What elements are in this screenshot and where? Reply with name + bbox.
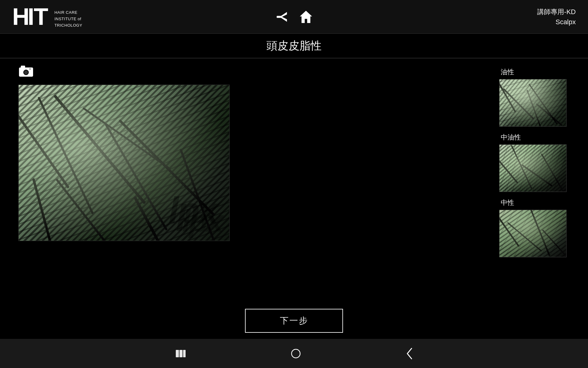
thumbnail-oily-image[interactable] (499, 79, 567, 127)
thumbnail-normal-label: 中性 (501, 198, 514, 207)
page-title: 頭皮皮脂性 (266, 38, 322, 53)
nav-icons (275, 10, 313, 24)
main-image: lpx (18, 85, 230, 241)
camera-button[interactable] (18, 64, 230, 80)
recent-apps-icon (175, 349, 186, 358)
watermark: lpx (182, 205, 222, 236)
hair-strand (542, 229, 566, 255)
bottom-nav-home[interactable] (281, 345, 310, 362)
svg-rect-10 (183, 350, 186, 357)
logo-letters: H I T (12, 5, 48, 29)
back-button[interactable] (275, 10, 289, 24)
hair-strand (499, 80, 516, 113)
next-button-area: 下一步 (245, 309, 343, 333)
svg-point-11 (292, 349, 300, 358)
hair-strand (104, 123, 168, 231)
svg-point-6 (24, 71, 28, 74)
hair-strand (32, 178, 57, 241)
thumbnail-oily: 油性 (499, 67, 570, 127)
svg-rect-8 (176, 350, 179, 357)
logo-t: T (34, 5, 48, 29)
header: H I T HAIR CARE INSTITUTE of TRICHOLOGY … (0, 0, 588, 34)
hair-strand (499, 152, 518, 184)
thumbnail-column: 油性 中油性 中性 (499, 64, 570, 263)
thumbnail-semi-oily-label: 中油性 (501, 133, 521, 142)
logo: H I T HAIR CARE INSTITUTE of TRICHOLOGY (12, 5, 82, 29)
main-content: lpx 油性 中油性 (0, 58, 588, 337)
logo-line1: HAIR CARE (55, 10, 77, 15)
user-name: 講師專用-KD (537, 7, 576, 17)
back-icon (275, 10, 289, 24)
bottom-nav (0, 339, 588, 368)
hair-strand (503, 88, 534, 120)
svg-marker-2 (300, 11, 312, 23)
logo-line3: TRICHOLOGY (55, 23, 82, 28)
hair-strand (511, 145, 532, 189)
user-app: Scalpx (537, 17, 576, 27)
hair-strand (526, 90, 541, 127)
logo-tagline: HAIR CARE INSTITUTE of TRICHOLOGY (55, 10, 82, 29)
home-icon (299, 10, 313, 24)
thumbnail-normal: 中性 (499, 198, 570, 257)
bottom-nav-lines[interactable] (166, 346, 195, 361)
svg-rect-1 (277, 16, 282, 17)
thumbnail-semi-oily-image[interactable] (499, 144, 567, 192)
svg-point-7 (29, 68, 31, 70)
thumbnail-normal-image[interactable] (499, 210, 567, 257)
bottom-nav-back[interactable] (397, 345, 422, 362)
next-button[interactable]: 下一步 (245, 309, 343, 333)
thumbnail-semi-oily: 中油性 (499, 133, 570, 192)
hair-strand (536, 103, 563, 126)
logo-i: I (28, 5, 34, 29)
svg-rect-4 (21, 66, 25, 68)
back-chevron-icon (406, 348, 413, 359)
camera-icon (18, 64, 34, 77)
home-circle-icon (291, 348, 301, 359)
camera-section: lpx (18, 64, 230, 241)
svg-rect-9 (179, 350, 183, 357)
page-title-area: 頭皮皮脂性 (0, 34, 588, 58)
semi-oily-overlay (499, 145, 566, 192)
thumbnail-oily-label: 油性 (501, 67, 514, 77)
home-button[interactable] (299, 10, 313, 24)
hair-strand (179, 149, 215, 241)
logo-line2: INSTITUTE of (55, 17, 81, 21)
user-info: 講師專用-KD Scalpx (537, 7, 576, 27)
logo-h: H (12, 5, 28, 29)
